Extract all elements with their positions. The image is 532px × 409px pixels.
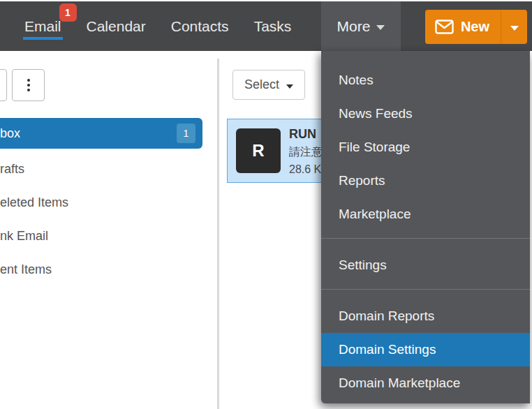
chevron-down-icon: [510, 26, 519, 31]
nav-tab-tasks[interactable]: Tasks: [254, 18, 292, 35]
nav-tabs: Email 1 Calendar Contacts Tasks: [24, 1, 316, 51]
select-button[interactable]: Select: [232, 70, 305, 100]
menu-item-domain-settings[interactable]: Domain Settings: [321, 333, 530, 366]
vertical-ellipsis-icon: [27, 79, 30, 91]
new-button[interactable]: New: [425, 10, 501, 44]
menu-item-settings-label: Settings: [339, 258, 387, 272]
junk-email-label: Junk Email: [0, 229, 48, 244]
menu-item-settings[interactable]: Settings: [321, 248, 530, 282]
more-dropdown-menu: Notes News Feeds File Storage Reports Ma…: [321, 51, 530, 403]
menu-item-marketplace-label: Marketplace: [339, 207, 411, 221]
menu-divider: [321, 289, 530, 290]
nav-tab-contacts[interactable]: Contacts: [171, 18, 229, 35]
nav-tab-email[interactable]: Email 1: [24, 18, 61, 35]
menu-item-reports[interactable]: Reports: [321, 164, 530, 198]
sent-items-label: Sent Items: [0, 262, 52, 277]
menu-item-file-storage-label: File Storage: [339, 140, 410, 154]
folder-actions-button[interactable]: [12, 69, 45, 101]
sidebar-item-deleted-items[interactable]: Deleted Items: [0, 186, 209, 219]
menu-item-domain-marketplace[interactable]: Domain Marketplace: [321, 366, 530, 400]
menu-item-marketplace[interactable]: Marketplace: [321, 198, 530, 231]
menu-item-reports-label: Reports: [339, 173, 385, 188]
inbox-label: Inbox: [0, 126, 20, 141]
menu-item-domain-reports[interactable]: Domain Reports: [321, 299, 530, 333]
sidebar-item-sent-items[interactable]: Sent Items: [0, 253, 209, 286]
folder-toolbar-partial-button[interactable]: [0, 69, 7, 101]
active-tab-underline: [23, 37, 63, 40]
menu-item-notes[interactable]: Notes: [321, 64, 530, 97]
menu-item-domain-settings-label: Domain Settings: [339, 342, 436, 357]
select-button-label: Select: [244, 77, 279, 92]
new-dropdown-toggle[interactable]: [501, 10, 527, 44]
chevron-down-icon: [376, 25, 385, 30]
sidebar-item-drafts[interactable]: Drafts: [0, 152, 209, 186]
nav-tab-calendar[interactable]: Calendar: [87, 18, 146, 35]
menu-divider: [321, 238, 530, 239]
drafts-label: Drafts: [0, 162, 24, 177]
pane-divider[interactable]: [217, 59, 219, 409]
menu-item-news-feeds-label: News Feeds: [339, 106, 413, 121]
top-nav: Email 1 Calendar Contacts Tasks More New: [0, 1, 532, 51]
sidebar-item-junk-email[interactable]: Junk Email: [0, 219, 209, 253]
nav-tab-email-label: Email: [24, 18, 61, 34]
nav-tab-contacts-label: Contacts: [171, 18, 229, 34]
sidebar-item-inbox[interactable]: Inbox 1: [0, 118, 202, 149]
nav-tab-tasks-label: Tasks: [254, 18, 292, 34]
menu-item-file-storage[interactable]: File Storage: [321, 131, 530, 164]
new-button-label: New: [461, 19, 489, 35]
chevron-down-icon: [286, 84, 293, 89]
deleted-items-label: Deleted Items: [0, 195, 68, 210]
sender-avatar: R: [236, 128, 281, 173]
folder-list: Drafts Deleted Items Junk Email Sent Ite…: [0, 152, 209, 286]
menu-item-news-feeds[interactable]: News Feeds: [321, 97, 530, 131]
nav-tab-more-label: More: [337, 18, 371, 35]
nav-tab-calendar-label: Calendar: [87, 18, 146, 34]
inbox-unread-badge: 1: [177, 124, 195, 143]
nav-tab-more[interactable]: More: [321, 1, 401, 51]
menu-item-notes-label: Notes: [339, 73, 374, 87]
new-button-group: New: [425, 10, 527, 44]
envelope-icon: [435, 20, 454, 34]
menu-item-domain-reports-label: Domain Reports: [339, 308, 434, 323]
menu-item-domain-marketplace-label: Domain Marketplace: [339, 375, 460, 390]
email-unread-badge: 1: [59, 3, 77, 22]
